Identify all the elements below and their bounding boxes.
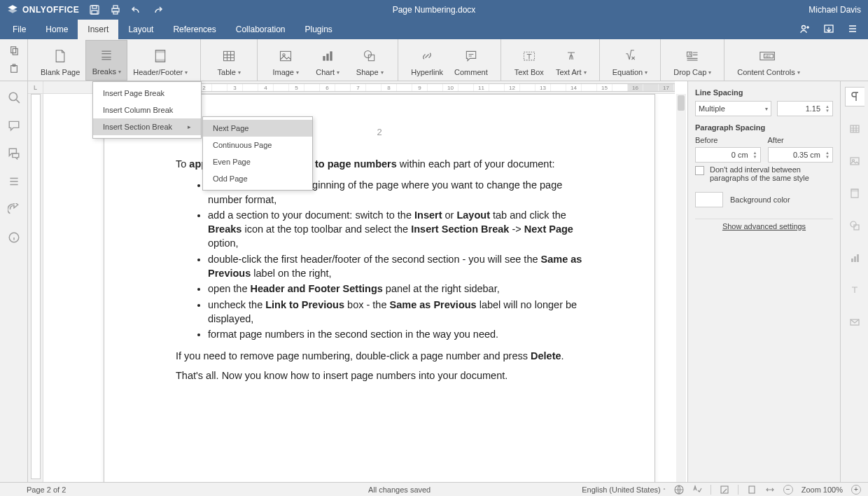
- insert-section-break-item[interactable]: Insert Section Break▸: [93, 118, 201, 135]
- text-art-settings-tab[interactable]: [845, 280, 864, 300]
- about-icon[interactable]: [8, 231, 20, 244]
- checkbox-box[interactable]: [695, 166, 704, 175]
- zoom-level[interactable]: Zoom 100%: [802, 485, 843, 494]
- line-spacing-value-input[interactable]: 1.15▲▼: [777, 101, 833, 116]
- document-area: L 21234567891011121314151617 2 To apply …: [28, 81, 687, 482]
- insert-column-break-item[interactable]: Insert Column Break: [93, 102, 201, 118]
- title-bar: ONLYOFFICE Page Numbering.docx Michael D…: [0, 0, 868, 20]
- page-content[interactable]: To apply different formatting to page nu…: [104, 137, 654, 383]
- open-location-icon[interactable]: [823, 23, 834, 36]
- share-icon[interactable]: [799, 23, 811, 36]
- svg-rect-34: [850, 158, 859, 165]
- svg-rect-41: [854, 256, 856, 262]
- vertical-ruler[interactable]: [28, 94, 43, 482]
- language-selector[interactable]: English (United States)˄: [582, 485, 666, 494]
- redo-icon[interactable]: [152, 4, 163, 15]
- svg-text:A: A: [688, 52, 692, 57]
- blank-page-button[interactable]: Blank Page: [35, 40, 85, 81]
- svg-rect-16: [156, 60, 165, 62]
- track-changes-icon[interactable]: [720, 485, 729, 495]
- left-tool-strip: [0, 81, 28, 482]
- tab-layout[interactable]: Layout: [118, 20, 163, 39]
- table-button[interactable]: Table▾: [208, 40, 250, 81]
- svg-rect-46: [749, 486, 755, 493]
- after-input[interactable]: 0.35 cm▲▼: [768, 147, 834, 163]
- tab-insert[interactable]: Insert: [78, 20, 118, 39]
- set-doc-language-icon[interactable]: [674, 485, 684, 495]
- hamburger-icon[interactable]: [847, 23, 858, 36]
- zoom-out-button[interactable]: −: [783, 485, 793, 495]
- svg-rect-15: [156, 50, 165, 53]
- print-icon[interactable]: [110, 4, 121, 15]
- before-input[interactable]: 0 cm▲▼: [695, 147, 761, 163]
- tab-file[interactable]: File: [3, 20, 36, 39]
- main-area: L 21234567891011121314151617 2 To apply …: [0, 81, 868, 482]
- scrollbar-thumb[interactable]: [678, 95, 685, 111]
- spellcheck-icon[interactable]: [692, 485, 702, 495]
- save-status: All changes saved: [217, 485, 582, 494]
- table-settings-tab[interactable]: [845, 119, 864, 139]
- image-settings-tab[interactable]: [845, 151, 864, 171]
- chart-button[interactable]: Chart▾: [307, 40, 349, 81]
- page-info[interactable]: Page 2 of 2: [7, 485, 217, 494]
- mail-merge-tab[interactable]: [845, 312, 864, 332]
- list-item: uncheck the Link to Previous box - the S…: [208, 298, 583, 326]
- right-panel-tabs: [840, 81, 868, 482]
- ruler-corner[interactable]: L: [28, 81, 43, 94]
- tab-collaboration[interactable]: Collaboration: [226, 20, 295, 39]
- save-icon[interactable]: [89, 4, 100, 15]
- shape-settings-tab[interactable]: [845, 216, 864, 235]
- shape-button[interactable]: Shape▾: [349, 40, 391, 81]
- navigation-icon[interactable]: [8, 175, 20, 188]
- app-name: ONLYOFFICE: [22, 5, 79, 15]
- svg-rect-22: [330, 51, 332, 60]
- advanced-settings-link[interactable]: Show advanced settings: [695, 219, 833, 230]
- text-box-button[interactable]: Text Box: [508, 40, 550, 81]
- vertical-scrollbar[interactable]: [676, 94, 686, 482]
- svg-rect-10: [10, 46, 15, 53]
- feedback-icon[interactable]: [8, 203, 20, 216]
- svg-point-23: [365, 51, 372, 58]
- fit-page-icon[interactable]: [747, 485, 757, 495]
- same-style-checkbox[interactable]: Don't add interval between paragraphs of…: [695, 165, 833, 182]
- equation-button[interactable]: Equation▾: [607, 40, 653, 81]
- paragraph-settings-tab[interactable]: [845, 87, 864, 106]
- fit-width-icon[interactable]: [765, 485, 775, 495]
- search-icon[interactable]: [8, 91, 20, 104]
- document-page[interactable]: 2 To apply different formatting to page …: [104, 94, 655, 482]
- odd-page-item[interactable]: Odd Page: [203, 170, 312, 187]
- continuous-page-item[interactable]: Continuous Page: [203, 137, 312, 153]
- submenu-arrow-icon: ▸: [188, 123, 191, 130]
- header-footer-settings-tab[interactable]: [845, 184, 864, 203]
- line-spacing-mode-select[interactable]: Multiple▾: [695, 101, 771, 116]
- hyperlink-button[interactable]: Hyperlink: [405, 40, 449, 81]
- even-page-item[interactable]: Even Page: [203, 153, 312, 170]
- undo-icon[interactable]: [131, 4, 142, 15]
- insert-page-break-item[interactable]: Insert Page Break: [93, 85, 201, 102]
- text-art-button[interactable]: Text Art▾: [550, 40, 592, 81]
- svg-rect-37: [851, 189, 858, 191]
- before-label: Before: [695, 136, 761, 144]
- user-name[interactable]: Michael Davis: [651, 5, 861, 15]
- image-button[interactable]: Image▾: [265, 40, 307, 81]
- copy-icon[interactable]: [8, 46, 20, 57]
- zoom-in-button[interactable]: +: [851, 485, 861, 495]
- content-controls-button[interactable]: abc Content Controls▾: [732, 40, 806, 81]
- bg-color-swatch[interactable]: [695, 192, 723, 207]
- document-canvas[interactable]: 2 To apply different formatting to page …: [43, 94, 687, 482]
- tab-home[interactable]: Home: [36, 20, 78, 39]
- chat-icon[interactable]: [8, 147, 20, 160]
- breaks-button[interactable]: Breaks▾: [85, 40, 127, 81]
- comments-icon[interactable]: [8, 119, 20, 132]
- paste-icon[interactable]: [8, 64, 20, 75]
- tab-references[interactable]: References: [163, 20, 225, 39]
- chart-settings-tab[interactable]: [845, 248, 864, 268]
- svg-point-8: [802, 26, 806, 29]
- comment-button[interactable]: Comment: [449, 40, 493, 81]
- drop-cap-button[interactable]: A Drop Cap▾: [668, 40, 717, 81]
- tab-plugins[interactable]: Plugins: [295, 20, 342, 39]
- line-spacing-label: Line Spacing: [695, 88, 833, 97]
- header-footer-button[interactable]: Header/Footer▾: [127, 40, 193, 81]
- svg-rect-45: [721, 486, 728, 493]
- next-page-item[interactable]: Next Page: [203, 120, 312, 137]
